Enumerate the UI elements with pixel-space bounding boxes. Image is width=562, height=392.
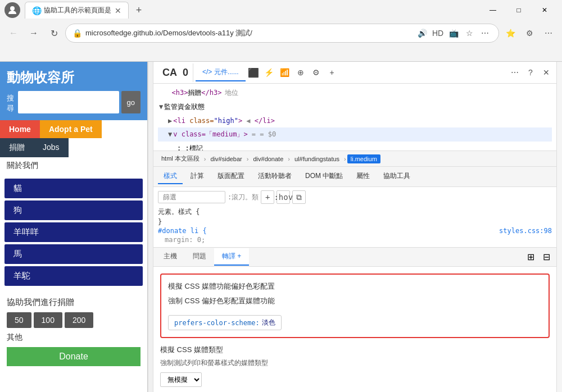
tab-translate-label: 轉譯: [222, 252, 235, 260]
cast-icon[interactable]: 📺: [447, 26, 460, 40]
site-title: 動物收容所: [7, 69, 140, 86]
tab-geolocation-icon[interactable]: ⊕: [293, 65, 309, 80]
close-button[interactable]: ✕: [532, 1, 558, 19]
website-panel: 動物收容所 搜尋 go Home Adopt a Pet 捐贈 Jobs 關於我…: [0, 62, 148, 392]
add-filter-icon[interactable]: +: [261, 190, 274, 204]
breadcrumb-item-sidebar[interactable]: div#sidebar: [207, 154, 246, 163]
simulate-select[interactable]: 無模擬: [160, 372, 202, 387]
tab-screenshot-icon[interactable]: ⬛: [246, 65, 261, 80]
more-options-button[interactable]: ⋯: [507, 65, 523, 80]
more-button[interactable]: ⋯: [540, 24, 558, 42]
copy-icon[interactable]: ⧉: [292, 190, 306, 204]
tab-layout[interactable]: 版面配置: [212, 169, 250, 184]
devtools-top-bar: CA 0 </> 元件...... ⬛ ⚡ 📶 ⊕ ⚙ + ⋯ ? ✕: [153, 62, 556, 84]
help-button[interactable]: ?: [523, 65, 538, 80]
settings-button[interactable]: ⚙: [520, 24, 538, 42]
back-button[interactable]: ←: [4, 24, 22, 42]
donate-section-title: 協助我們進行捐贈: [7, 297, 140, 308]
profile-icon[interactable]: [4, 2, 20, 18]
new-tab-button[interactable]: +: [131, 2, 147, 18]
list-item[interactable]: 貓: [4, 179, 143, 198]
ca-label: CA: [158, 65, 182, 81]
address-bar[interactable]: 🔒 microsoftedge.github.io/Demos/devtools…: [65, 24, 499, 43]
devtools-scrollbar[interactable]: [556, 62, 562, 392]
translation-box: 模擬 CSS 媒體功能偏好色彩配置 強制 CSS 偏好色彩配置媒體功能 pref…: [160, 274, 550, 338]
list-item[interactable]: 羊咩咩: [4, 222, 143, 242]
maximize-button[interactable]: □: [506, 1, 532, 19]
search-button[interactable]: go: [121, 91, 140, 113]
minimize-button[interactable]: —: [480, 1, 506, 19]
tab-computed[interactable]: 計算: [185, 169, 210, 184]
devtools-close-button[interactable]: ✕: [538, 65, 554, 80]
site-header: 動物收容所 搜尋 go: [0, 62, 147, 120]
tab-network-icon[interactable]: 📶: [277, 65, 293, 80]
translate-item-1[interactable]: 模擬 CSS 媒體功能偏好色彩配置: [168, 281, 542, 291]
adopt-nav-button[interactable]: Adopt a Pet: [40, 120, 102, 138]
translate-item-2[interactable]: 強制 CSS 偏好色彩配置媒體功能: [168, 296, 542, 306]
donate-nav-button[interactable]: 捐贈: [0, 138, 34, 157]
breadcrumb-item-fundingstatus[interactable]: ul#fundingstatus: [291, 154, 343, 163]
more-icon[interactable]: ⋯: [478, 26, 492, 40]
breadcrumb: html 本文區段 › div#sidebar › div#donate › u…: [153, 151, 556, 167]
dock-icon[interactable]: ⊞: [523, 249, 538, 265]
reload-button[interactable]: ↻: [45, 24, 63, 42]
ca-section: CA 0: [153, 63, 193, 82]
tab-elements[interactable]: </> 元件......: [196, 64, 246, 81]
read-aloud-icon[interactable]: 🔊: [415, 26, 429, 40]
about-link[interactable]: 關於我們: [7, 161, 38, 171]
donate-100-button[interactable]: 100: [34, 312, 62, 328]
forward-button[interactable]: →: [25, 24, 43, 42]
search-input[interactable]: [18, 91, 119, 113]
donate-amounts: 50 100 200: [7, 312, 140, 328]
breadcrumb-item-donate[interactable]: div#donate: [250, 154, 287, 163]
tab-settings-icon[interactable]: ⚙: [309, 65, 324, 80]
styles-area: :滾刀。類 + :hov ⧉ 元素。樣式 { } #donate li { st…: [153, 187, 556, 248]
element-style-end: }: [158, 218, 552, 226]
list-item[interactable]: 狗: [4, 200, 143, 220]
hd-icon[interactable]: HD: [431, 26, 445, 40]
tab-listeners[interactable]: 活動聆聽者: [252, 169, 297, 184]
dom-line-li-high[interactable]: ▶ <li class="high"> ◀ </li>: [158, 114, 552, 128]
dom-line-pseudobefore[interactable]: : :標記: [158, 142, 552, 151]
dom-line-li-medium[interactable]: ▼ v class=「medium」> = = $0: [158, 127, 552, 142]
browser-tab[interactable]: 🌐 協助工具的示範頁面是 ✕: [25, 2, 129, 19]
main-layout: 動物收容所 搜尋 go Home Adopt a Pet 捐贈 Jobs 關於我…: [0, 62, 562, 392]
tab-issues[interactable]: 問題: [185, 248, 214, 266]
search-label: 搜尋: [7, 91, 16, 113]
list-item[interactable]: 馬: [4, 244, 143, 264]
ca-num: 0: [183, 67, 188, 79]
jobs-nav-button[interactable]: Jobs: [34, 138, 69, 157]
site-navigation: Home Adopt a Pet: [0, 120, 147, 138]
css-rule-prop: margin: 0;: [165, 236, 552, 244]
collections-icon[interactable]: ⭐: [501, 24, 519, 42]
tab-breakpoints-icon[interactable]: ⚡: [261, 65, 277, 80]
styles-filter-input[interactable]: [158, 191, 225, 203]
tab-title: 協助工具的示範頁面是: [44, 6, 111, 15]
donate-button[interactable]: Donate: [7, 347, 140, 366]
breadcrumb-item-limedium[interactable]: li.medium: [347, 154, 380, 163]
edge-icon: 🌐: [32, 6, 42, 15]
site-search: 搜尋 go: [7, 91, 140, 113]
css-rule-selector[interactable]: #donate li {: [158, 227, 207, 235]
list-item[interactable]: 羊駝: [4, 266, 143, 286]
tab-accessibility[interactable]: 協助工具: [378, 169, 416, 184]
tab-close-button[interactable]: ✕: [115, 6, 121, 15]
breadcrumb-item-html[interactable]: html 本文區段: [158, 153, 203, 164]
dom-line-h3[interactable]: <h3>捐贈 </h3> 地位: [158, 86, 552, 100]
detach-icon[interactable]: ⊟: [538, 249, 554, 265]
donate-other-label: 其他: [7, 332, 140, 343]
tab-console[interactable]: 主機: [156, 248, 185, 266]
tab-styles[interactable]: 樣式: [158, 169, 183, 184]
tab-add-icon[interactable]: +: [324, 65, 340, 80]
css-file-link[interactable]: styles.css:98: [499, 227, 552, 236]
home-nav-button[interactable]: Home: [0, 120, 40, 138]
donate-200-button[interactable]: 200: [65, 312, 93, 328]
tab-properties[interactable]: 屬性: [351, 169, 375, 184]
select-row: 無模擬: [160, 372, 550, 387]
favorites-icon[interactable]: ☆: [463, 26, 476, 40]
tab-translate[interactable]: 轉譯 +: [214, 248, 249, 266]
donate-50-button[interactable]: 50: [7, 312, 31, 328]
tab-dom-breakpoints[interactable]: DOM 中斷點: [300, 169, 348, 184]
pseudoclass-icon[interactable]: :hov: [277, 190, 290, 204]
dom-line-fundingstatus[interactable]: ▼ 監管資金狀態: [158, 100, 552, 114]
